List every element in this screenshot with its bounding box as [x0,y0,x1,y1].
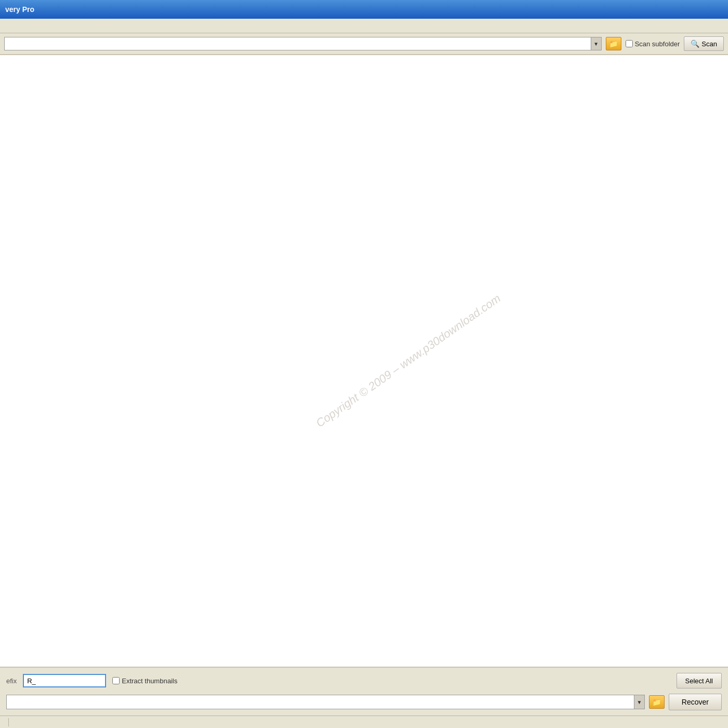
scan-subfolder-text: Scan subfolder [635,40,680,48]
output-folder-button[interactable]: 📁 [649,695,665,709]
bottom-row2: ▼ 📁 Recover [6,694,722,710]
output-path-input[interactable] [7,695,634,709]
prefix-label: efix [6,677,17,685]
scan-subfolder-checkbox[interactable] [626,40,633,47]
source-path-dropdown[interactable]: ▼ [4,37,602,50]
extract-thumbnails-text: Extract thumbnails [122,677,177,685]
select-all-button[interactable]: Select All [677,673,722,688]
prefix-input[interactable] [23,674,106,687]
scan-button[interactable]: 🔍 Scan [684,36,724,51]
menu-bar [0,19,728,33]
status-bar [0,716,728,728]
watermark-text: Copyright © 2009 – www.p30download.com [314,292,503,430]
output-path-dropdown[interactable]: ▼ [6,695,645,709]
output-path-arrow[interactable]: ▼ [634,695,644,709]
scan-icon: 🔍 [691,40,699,48]
bottom-panel: efix Extract thumbnails Select All ▼ 📁 R… [0,667,728,716]
extract-thumbnails-label[interactable]: Extract thumbnails [112,677,177,685]
status-divider [8,718,9,726]
bottom-actions: Select All [677,673,722,688]
recover-label: Recover [682,698,709,706]
source-path-input[interactable] [5,37,591,50]
extract-thumbnails-checkbox[interactable] [112,677,120,684]
source-folder-button[interactable]: 📁 [606,37,621,50]
scan-subfolder-label[interactable]: Scan subfolder [626,40,680,48]
bottom-row1: efix Extract thumbnails Select All [6,673,722,688]
scan-button-label: Scan [701,40,717,48]
app-title: very Pro [5,5,34,14]
toolbar: ▼ 📁 Scan subfolder 🔍 Scan [0,33,728,55]
main-content: Copyright © 2009 – www.p30download.com [0,55,728,667]
recover-button[interactable]: Recover [669,694,722,710]
source-path-arrow[interactable]: ▼ [591,37,601,50]
select-all-label: Select All [685,677,713,685]
title-bar: very Pro [0,0,728,19]
app-container: very Pro ▼ 📁 Scan subfolder 🔍 Scan Copyr… [0,0,728,728]
